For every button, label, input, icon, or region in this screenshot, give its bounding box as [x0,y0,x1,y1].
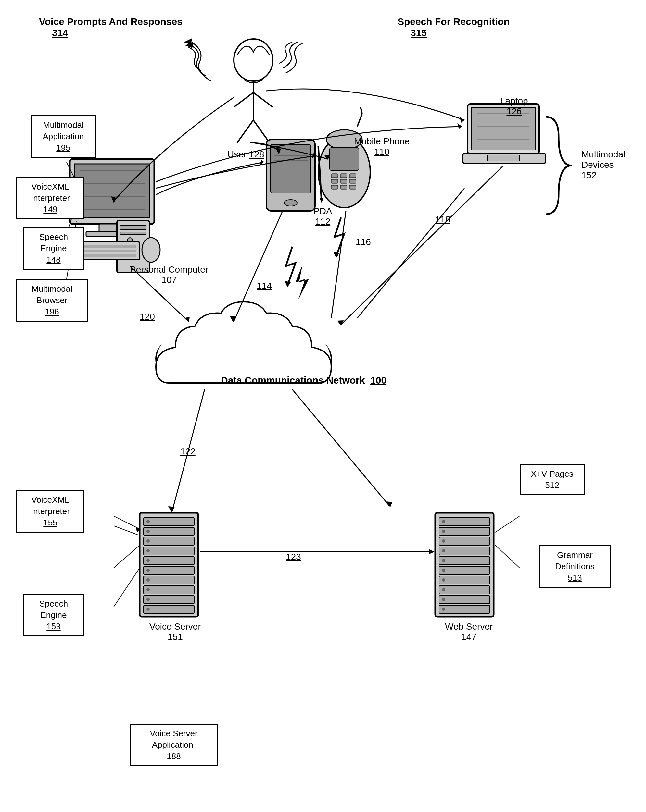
svg-point-89 [147,549,150,553]
diagram-svg [0,0,646,812]
speech-engine-bot-box: Speech Engine 153 [23,594,84,636]
svg-marker-134 [168,506,175,512]
svg-rect-100 [439,547,490,555]
svg-line-148 [495,516,520,532]
svg-point-92 [147,578,150,582]
svg-point-86 [147,520,150,523]
svg-rect-103 [439,576,490,584]
xv-pages-box: X+V Pages 512 [520,464,585,495]
voicexml-interp-top-box: VoiceXML Interpreter 149 [16,177,84,220]
network-label: Data Communications Network 100 [221,375,386,386]
svg-point-112 [442,569,445,572]
svg-line-3 [253,93,273,107]
svg-rect-78 [144,537,194,545]
svg-rect-76 [144,517,194,526]
svg-marker-128 [333,252,340,258]
svg-point-87 [147,530,150,533]
svg-point-95 [147,607,150,611]
svg-line-149 [495,545,520,568]
personal-computer-label: Personal Computer 107 [130,264,208,285]
ref-122: 122 [180,446,196,456]
svg-rect-11 [487,155,520,161]
grammar-defs-box: Grammar Definitions 513 [539,545,611,588]
svg-rect-77 [144,527,194,536]
svg-rect-33 [271,144,311,193]
svg-rect-102 [439,566,490,574]
multimodal-browser-box: Multimodal Browser 196 [16,279,88,322]
svg-rect-24 [331,180,338,183]
svg-rect-22 [340,174,347,177]
svg-point-0 [234,39,273,81]
diagram-container: Voice Prompts And Responses 314 Speech F… [0,0,646,812]
svg-point-111 [442,559,445,562]
svg-point-108 [442,530,445,533]
speech-engine-top-box: Speech Engine 148 [23,227,84,270]
svg-point-93 [147,588,150,591]
svg-point-110 [442,549,445,553]
svg-marker-138 [429,549,435,554]
svg-line-126 [357,188,464,318]
voicexml-interp-bot-box: VoiceXML Interpreter 155 [16,490,84,533]
svg-rect-105 [439,595,490,604]
voice-server-app-box: Voice Server Application 188 [130,724,217,766]
voice-server-label: Voice Server 151 [149,621,201,642]
svg-rect-28 [340,185,347,189]
ref-116: 116 [356,237,371,247]
svg-rect-85 [144,605,194,614]
svg-point-91 [147,569,150,572]
svg-line-30 [357,114,362,127]
svg-rect-79 [144,547,194,555]
svg-rect-83 [144,586,194,594]
svg-rect-23 [349,174,356,177]
svg-line-144 [114,545,140,568]
svg-marker-124 [295,266,309,299]
voice-prompts-label: Voice Prompts And Responses 314 [39,16,182,38]
svg-rect-106 [439,605,490,614]
svg-marker-127 [285,281,291,287]
svg-point-109 [442,539,445,543]
svg-rect-26 [349,180,356,183]
ref-118: 118 [435,214,450,224]
svg-rect-27 [331,185,338,189]
svg-rect-97 [439,517,490,526]
svg-rect-101 [439,557,490,565]
ref-114: 114 [257,281,272,291]
svg-point-113 [442,578,445,582]
ref-123: 123 [286,552,301,562]
svg-rect-53 [120,232,146,235]
svg-line-4 [237,120,253,143]
svg-marker-36 [320,198,323,203]
svg-rect-52 [120,226,146,229]
svg-point-94 [147,598,150,601]
laptop-label: Laptop 126 [500,96,528,116]
svg-point-114 [442,588,445,591]
svg-line-5 [253,120,269,143]
mobile-phone-label: Mobile Phone 110 [354,136,410,157]
ref-120: 120 [140,311,155,322]
svg-line-145 [114,568,140,607]
svg-marker-120 [459,117,464,123]
svg-rect-82 [144,576,194,584]
pda-label: PDA 112 [314,206,332,227]
svg-point-34 [284,200,297,206]
svg-point-88 [147,539,150,543]
svg-rect-29 [349,185,356,189]
svg-line-2 [234,93,253,107]
user-label: User 128 [227,149,264,160]
svg-point-115 [442,598,445,601]
svg-marker-7 [184,38,192,45]
web-server-label: Web Server 147 [445,621,493,642]
speech-recognition-label: Speech For Recognition 315 [398,16,510,38]
svg-rect-81 [144,566,194,574]
svg-point-90 [147,559,150,562]
svg-marker-123 [457,123,462,129]
svg-rect-99 [439,537,490,545]
svg-marker-132 [184,317,190,322]
svg-rect-80 [144,557,194,565]
svg-rect-104 [439,586,490,594]
svg-rect-84 [144,595,194,604]
svg-line-31 [361,107,362,114]
svg-rect-98 [439,527,490,536]
svg-line-135 [292,389,390,506]
svg-rect-21 [331,174,338,177]
